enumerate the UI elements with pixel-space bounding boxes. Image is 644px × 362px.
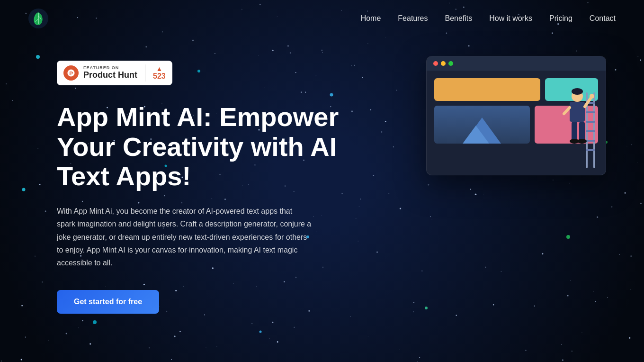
ph-vote-count: 523 xyxy=(153,72,166,81)
browser-topbar xyxy=(427,56,606,71)
svg-rect-5 xyxy=(586,111,595,113)
nav-link-pricing[interactable]: Pricing xyxy=(549,14,572,22)
nav-link-contact[interactable]: Contact xyxy=(590,14,616,22)
ph-divider xyxy=(145,64,145,81)
nav-links: Home Features Benefits How it works Pric… xyxy=(361,14,616,23)
logo-icon xyxy=(28,9,48,28)
nav-link-benefits[interactable]: Benefits xyxy=(445,14,472,22)
svg-rect-7 xyxy=(586,130,595,132)
nav-link-features[interactable]: Features xyxy=(398,14,428,22)
hero-illustration xyxy=(417,51,616,175)
hero-title: App Mint AI: Empower Your Creativity wit… xyxy=(57,102,341,191)
nav-item-contact[interactable]: Contact xyxy=(590,14,616,23)
nav-item-benefits[interactable]: Benefits xyxy=(445,14,472,23)
ph-votes: ▲ 523 xyxy=(153,65,166,81)
illustration-figure xyxy=(549,78,606,175)
ph-arrow-icon: ▲ xyxy=(156,65,162,72)
nav-item-features[interactable]: Features xyxy=(398,14,428,23)
browser-window-illustration xyxy=(426,56,606,175)
svg-line-15 xyxy=(564,108,570,114)
svg-rect-16 xyxy=(572,122,577,141)
nav-link-home[interactable]: Home xyxy=(361,14,381,22)
nav-item-pricing[interactable]: Pricing xyxy=(549,14,572,23)
navbar: Home Features Benefits How it works Pric… xyxy=(0,0,644,37)
nav-link-how-it-works[interactable]: How it works xyxy=(489,14,532,22)
svg-rect-12 xyxy=(570,102,585,122)
browser-dot-red xyxy=(433,61,438,66)
svg-rect-8 xyxy=(586,140,595,142)
nav-item-how-it-works[interactable]: How it works xyxy=(489,14,532,23)
browser-dot-yellow xyxy=(441,61,446,66)
product-hunt-badge[interactable]: FEATURED ON Product Hunt ▲ 523 xyxy=(57,61,172,85)
svg-point-19 xyxy=(577,139,587,144)
svg-point-14 xyxy=(590,94,594,99)
product-hunt-icon xyxy=(63,65,79,81)
nav-item-home[interactable]: Home xyxy=(361,14,381,23)
svg-rect-17 xyxy=(579,122,585,141)
hero-content: FEATURED ON Product Hunt ▲ 523 App Mint … xyxy=(57,51,341,314)
browser-dot-green xyxy=(448,61,453,66)
figure-svg xyxy=(549,78,606,173)
cta-button[interactable]: Get started for free xyxy=(57,290,159,314)
product-hunt-text: FEATURED ON Product Hunt xyxy=(83,66,137,80)
hero-description: With App Mint Ai, you become the creator… xyxy=(57,205,313,269)
svg-rect-6 xyxy=(586,121,595,123)
browser-block-orange xyxy=(434,78,540,101)
logo[interactable] xyxy=(28,9,48,28)
ph-product-name: Product Hunt xyxy=(83,71,137,80)
hero-section: FEATURED ON Product Hunt ▲ 523 App Mint … xyxy=(0,37,644,361)
svg-point-11 xyxy=(572,88,583,95)
svg-rect-9 xyxy=(586,149,595,151)
browser-block-mountain xyxy=(434,106,530,144)
browser-body xyxy=(427,71,606,175)
